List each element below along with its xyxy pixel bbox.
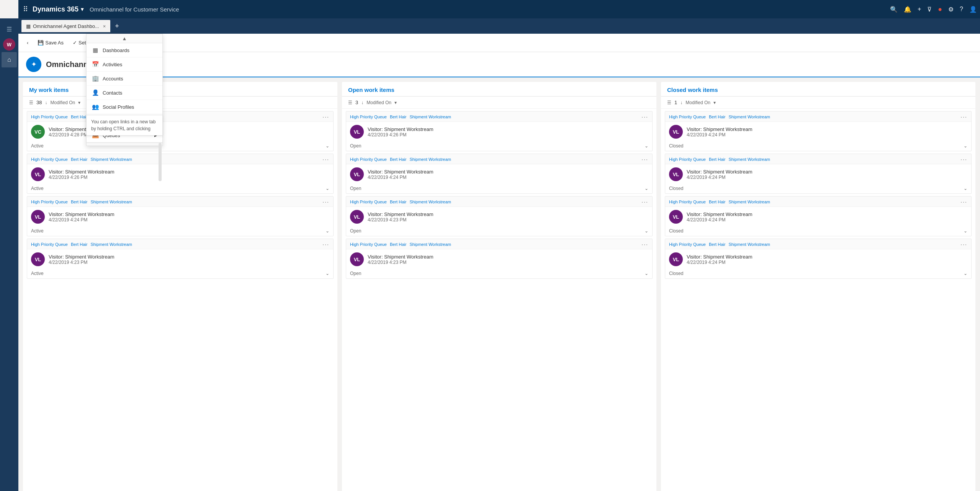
tag-agent[interactable]: Bert Hair: [71, 200, 87, 204]
card-more-icon[interactable]: ···: [960, 241, 967, 247]
tag-workstream[interactable]: Shipment Workstream: [728, 115, 770, 119]
tag-workstream[interactable]: Shipment Workstream: [409, 200, 451, 204]
dropdown-scroll-up[interactable]: ▲: [87, 34, 162, 43]
expand-icon[interactable]: ⌄: [964, 271, 967, 276]
tag-workstream[interactable]: Shipment Workstream: [728, 200, 770, 204]
notification-icon[interactable]: 🔔: [904, 6, 911, 13]
my-work-sort-icon[interactable]: ↓: [45, 100, 47, 105]
help-icon[interactable]: ?: [960, 6, 963, 13]
dropdown-item-activities[interactable]: 📅 Activities: [87, 57, 162, 72]
tag-queue[interactable]: High Priority Queue: [31, 242, 68, 247]
tag-agent[interactable]: Bert Hair: [71, 157, 87, 162]
tag-queue[interactable]: High Priority Queue: [669, 115, 706, 119]
my-work-sort-chevron[interactable]: ▾: [78, 100, 80, 105]
tag-queue[interactable]: High Priority Queue: [350, 157, 387, 162]
card-3-name: Visitor: Shipment Workstream: [49, 211, 329, 217]
active-tab[interactable]: ▦ Omnichannel Agent Dashbo... ×: [21, 20, 110, 32]
settings-icon[interactable]: ⚙: [948, 6, 954, 13]
app-launcher-icon[interactable]: ⠿: [21, 3, 29, 15]
closed-work-sort-label[interactable]: Modified On: [686, 100, 710, 105]
card-more-icon[interactable]: ···: [641, 114, 648, 120]
card-more-icon[interactable]: ···: [641, 156, 648, 162]
tag-agent[interactable]: Bert Hair: [709, 200, 725, 204]
tag-queue[interactable]: High Priority Queue: [31, 200, 68, 204]
dropdown-item-social-profiles[interactable]: 👥 Social Profiles: [87, 100, 162, 114]
save-as-button[interactable]: 💾 Save As: [34, 38, 67, 48]
tag-queue[interactable]: High Priority Queue: [669, 157, 706, 162]
tag-agent[interactable]: Bert Hair: [709, 115, 725, 119]
tab-close-icon[interactable]: ×: [103, 23, 106, 29]
closed-card-4-body: VL Visitor: Shipment Workstream 4/22/201…: [665, 249, 971, 269]
card-more-icon[interactable]: ···: [960, 199, 967, 205]
card-more-icon[interactable]: ···: [960, 114, 967, 120]
card-1-expand-icon[interactable]: ⌄: [326, 143, 329, 149]
expand-icon[interactable]: ⌄: [964, 228, 967, 234]
expand-icon[interactable]: ⌄: [964, 143, 967, 149]
card-3-expand-icon[interactable]: ⌄: [326, 228, 329, 234]
card-4-expand-icon[interactable]: ⌄: [326, 271, 329, 276]
dropdown-item-dashboards[interactable]: ▦ Dashboards: [87, 43, 162, 57]
open-card-3-avatar: VL: [350, 210, 364, 224]
expand-icon[interactable]: ⌄: [964, 186, 967, 191]
tag-workstream[interactable]: Shipment Workstream: [409, 157, 451, 162]
back-button[interactable]: ‹: [23, 38, 32, 48]
tag-workstream[interactable]: Shipment Workstream: [90, 242, 132, 247]
tag-agent[interactable]: Bert Hair: [390, 115, 406, 119]
card-more-icon[interactable]: ···: [322, 114, 329, 120]
tag-workstream[interactable]: Shipment Workstream: [409, 242, 451, 247]
home-icon[interactable]: ⌂: [2, 52, 17, 67]
tag-agent[interactable]: Bert Hair: [390, 200, 406, 204]
expand-icon[interactable]: ⌄: [645, 186, 648, 191]
tag-queue[interactable]: High Priority Queue: [350, 115, 387, 119]
tag-queue[interactable]: High Priority Queue: [669, 200, 706, 204]
add-icon[interactable]: +: [918, 6, 921, 13]
expand-icon[interactable]: ⌄: [645, 228, 648, 234]
tag-agent[interactable]: Bert Hair: [390, 242, 406, 247]
tag-agent[interactable]: Bert Hair: [709, 157, 725, 162]
closed-work-sort-icon[interactable]: ↓: [680, 100, 682, 105]
open-work-sort-icon[interactable]: ↓: [361, 100, 363, 105]
user-avatar[interactable]: W: [3, 38, 15, 51]
tag-queue[interactable]: High Priority Queue: [669, 242, 706, 247]
app-title-chevron-icon[interactable]: ▾: [81, 6, 83, 12]
card-more-icon[interactable]: ···: [641, 241, 648, 247]
open-card-3-info: Visitor: Shipment Workstream 4/22/2019 4…: [368, 211, 648, 223]
tag-queue[interactable]: High Priority Queue: [31, 115, 68, 119]
tag-workstream[interactable]: Shipment Workstream: [409, 115, 451, 119]
dropdown-item-contacts[interactable]: 👤 Contacts: [87, 86, 162, 100]
tag-queue[interactable]: High Priority Queue: [350, 200, 387, 204]
dropdown-item-accounts[interactable]: 🏢 Accounts: [87, 72, 162, 86]
closed-work-sort-chevron[interactable]: ▾: [713, 100, 716, 105]
profile-icon[interactable]: 👤: [969, 6, 977, 13]
tag-agent[interactable]: Bert Hair: [709, 242, 725, 247]
card-more-icon[interactable]: ···: [322, 241, 329, 247]
tag-agent[interactable]: Bert Hair: [390, 157, 406, 162]
tag-agent[interactable]: Bert Hair: [71, 115, 87, 119]
top-nav-icons: 🔍 🔔 + ⊽ ● ⚙ ? 👤: [890, 5, 977, 13]
my-work-sort-label[interactable]: Modified On: [50, 100, 75, 105]
card-more-icon[interactable]: ···: [322, 156, 329, 162]
tag-workstream[interactable]: Shipment Workstream: [728, 157, 770, 162]
tag-workstream[interactable]: Shipment Workstream: [728, 242, 770, 247]
filter-icon[interactable]: ⊽: [927, 6, 932, 13]
tag-queue[interactable]: High Priority Queue: [350, 242, 387, 247]
tag-queue[interactable]: High Priority Queue: [31, 157, 68, 162]
open-work-sort-label[interactable]: Modified On: [366, 100, 391, 105]
card-more-icon[interactable]: ···: [322, 199, 329, 205]
hamburger-menu-icon[interactable]: ☰: [2, 21, 17, 37]
search-icon[interactable]: 🔍: [890, 6, 898, 13]
card-more-icon[interactable]: ···: [641, 199, 648, 205]
expand-icon[interactable]: ⌄: [645, 271, 648, 276]
expand-icon[interactable]: ⌄: [645, 143, 648, 149]
new-tab-icon[interactable]: +: [115, 22, 119, 30]
card-2-expand-icon[interactable]: ⌄: [326, 186, 329, 191]
tag-workstream[interactable]: Shipment Workstream: [90, 200, 132, 204]
my-work-card-1-body: VC Visitor: Shipment Workstream 4/22/201…: [27, 122, 333, 142]
card-more-icon[interactable]: ···: [960, 156, 967, 162]
open-work-items-column: Open work items ☰ 3 ↓ Modified On ▾ High…: [342, 82, 656, 491]
my-work-meta: ☰ 38 ↓ Modified On ▾: [23, 97, 337, 109]
open-work-card-3: High Priority Queue Bert Hair Shipment W…: [346, 196, 653, 236]
tag-workstream[interactable]: Shipment Workstream: [90, 157, 132, 162]
open-work-sort-chevron[interactable]: ▾: [394, 100, 397, 105]
tag-agent[interactable]: Bert Hair: [71, 242, 87, 247]
